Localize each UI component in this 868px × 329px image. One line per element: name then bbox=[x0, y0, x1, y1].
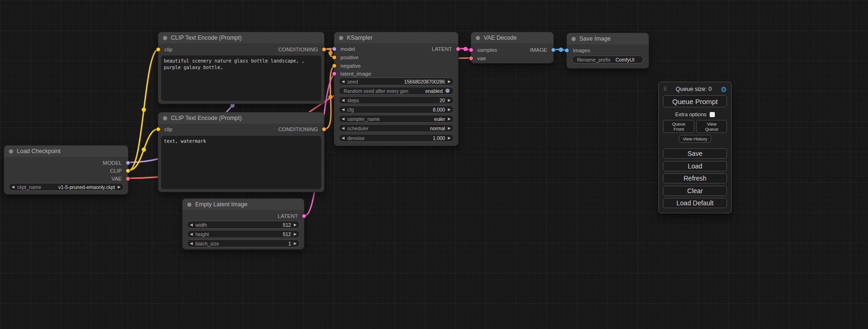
save-button[interactable]: Save bbox=[663, 148, 727, 159]
input-port-model[interactable] bbox=[332, 47, 337, 51]
prompt-textarea[interactable]: beautiful scenery nature glass bottle la… bbox=[161, 56, 321, 101]
node-title-bar[interactable]: CLIP Text Encode (Prompt) bbox=[158, 112, 324, 124]
widget-value: 512 bbox=[209, 231, 291, 237]
node-title-bar[interactable]: KSampler bbox=[334, 32, 458, 43]
sampler-name-widget[interactable]: ◀ sampler_name euler ▶ bbox=[339, 115, 454, 123]
widget-label: sampler_name bbox=[347, 116, 380, 122]
random-seed-toggle[interactable]: Random seed after every gen enabled bbox=[339, 87, 454, 95]
output-label-vae: VAE bbox=[112, 175, 122, 182]
collapse-dot-icon[interactable] bbox=[339, 36, 343, 40]
output-port-clip[interactable] bbox=[126, 168, 130, 173]
output-port-latent[interactable] bbox=[456, 47, 460, 51]
ckpt-name-widget[interactable]: ◀ ckpt_name v1-5-pruned-emaonly.ckpt ▶ bbox=[8, 183, 124, 191]
collapse-dot-icon[interactable] bbox=[476, 36, 480, 40]
decrement-arrow-icon[interactable]: ◀ bbox=[342, 80, 345, 84]
node-title: Save Image bbox=[579, 35, 611, 42]
queue-size-label: Queue size: 0 bbox=[667, 86, 721, 92]
view-history-button[interactable]: View History bbox=[679, 135, 711, 143]
scheduler-widget[interactable]: ◀ scheduler normal ▶ bbox=[339, 124, 454, 132]
decrement-arrow-icon[interactable]: ◀ bbox=[190, 242, 193, 245]
clear-button[interactable]: Clear bbox=[663, 186, 727, 196]
prompt-textarea[interactable]: text, watermark bbox=[161, 136, 321, 189]
node-title-bar[interactable]: Save Image bbox=[567, 33, 649, 44]
batch-size-widget[interactable]: ◀ batch_size 1 ▶ bbox=[187, 239, 300, 247]
node-title: Load Checkpoint bbox=[17, 148, 61, 154]
steps-widget[interactable]: ◀ steps 20 ▶ bbox=[339, 96, 454, 104]
node-empty-latent-image[interactable]: Empty Latent Image LATENT ◀ width 512 ▶ … bbox=[182, 198, 304, 250]
drag-handle-icon[interactable]: ⠿ bbox=[663, 86, 667, 92]
collapse-dot-icon[interactable] bbox=[9, 149, 13, 154]
increment-arrow-icon[interactable]: ▶ bbox=[448, 117, 451, 121]
collapse-dot-icon[interactable] bbox=[572, 37, 576, 41]
cfg-widget[interactable]: ◀ cfg 8.000 ▶ bbox=[339, 105, 454, 113]
input-port-clip[interactable] bbox=[156, 47, 161, 52]
output-label-image: IMAGE bbox=[530, 47, 547, 53]
denoise-widget[interactable]: ◀ denoise 1.000 ▶ bbox=[339, 134, 454, 142]
toggle-dot-icon[interactable] bbox=[445, 89, 450, 93]
node-title-bar[interactable]: Load Checkpoint bbox=[4, 146, 128, 157]
node-title-bar[interactable]: CLIP Text Encode (Prompt) bbox=[158, 32, 324, 43]
input-label-model: model bbox=[340, 46, 355, 52]
widget-value: 1.000 bbox=[365, 135, 445, 141]
increment-arrow-icon[interactable]: ▶ bbox=[448, 80, 451, 84]
input-port-positive[interactable] bbox=[332, 55, 337, 60]
collapse-dot-icon[interactable] bbox=[163, 116, 167, 120]
increment-arrow-icon[interactable]: ▶ bbox=[118, 185, 120, 189]
increment-arrow-icon[interactable]: ▶ bbox=[448, 126, 451, 130]
queue-front-button[interactable]: Queue Front bbox=[663, 120, 694, 133]
input-label-clip: clip bbox=[164, 126, 172, 133]
queue-prompt-button[interactable]: Queue Prompt bbox=[663, 95, 727, 107]
input-port-samples[interactable] bbox=[469, 48, 473, 52]
node-save-image[interactable]: Save Image images filename_prefix ComfyU… bbox=[566, 33, 649, 69]
increment-arrow-icon[interactable]: ▶ bbox=[448, 108, 451, 112]
node-title-bar[interactable]: VAE Decode bbox=[471, 32, 553, 43]
output-port-vae[interactable] bbox=[126, 176, 130, 181]
decrement-arrow-icon[interactable]: ◀ bbox=[190, 232, 193, 236]
output-port-conditioning[interactable] bbox=[322, 127, 326, 132]
settings-gear-icon[interactable]: ⚙ bbox=[721, 86, 727, 93]
increment-arrow-icon[interactable]: ▶ bbox=[294, 242, 296, 245]
increment-arrow-icon[interactable]: ▶ bbox=[294, 232, 296, 236]
collapse-dot-icon[interactable] bbox=[187, 203, 191, 207]
decrement-arrow-icon[interactable]: ◀ bbox=[342, 98, 345, 102]
decrement-arrow-icon[interactable]: ◀ bbox=[342, 126, 345, 130]
increment-arrow-icon[interactable]: ▶ bbox=[448, 98, 451, 102]
node-load-checkpoint[interactable]: Load Checkpoint MODEL CLIP VAE ◀ ckpt_na… bbox=[4, 145, 128, 195]
decrement-arrow-icon[interactable]: ◀ bbox=[190, 223, 193, 227]
output-label-model: MODEL bbox=[103, 160, 122, 166]
load-default-button[interactable]: Load Default bbox=[663, 198, 727, 208]
height-widget[interactable]: ◀ height 512 ▶ bbox=[187, 230, 300, 238]
input-port-latent-image[interactable] bbox=[332, 71, 337, 76]
input-port-images[interactable] bbox=[565, 48, 569, 53]
refresh-button[interactable]: Refresh bbox=[663, 173, 727, 183]
node-vae-decode[interactable]: VAE Decode samples vae IMAGE bbox=[471, 32, 554, 63]
decrement-arrow-icon[interactable]: ◀ bbox=[342, 108, 345, 112]
input-label-images: images bbox=[573, 47, 590, 54]
extra-options-checkbox[interactable] bbox=[710, 112, 715, 117]
input-port-clip[interactable] bbox=[156, 127, 161, 132]
seed-widget[interactable]: ◀ seed 156680208700286 ▶ bbox=[339, 77, 454, 85]
view-queue-button[interactable]: View Queue bbox=[696, 120, 727, 133]
widget-label: scheduler bbox=[347, 126, 369, 131]
output-port-latent[interactable] bbox=[302, 214, 306, 218]
width-widget[interactable]: ◀ width 512 ▶ bbox=[187, 221, 300, 229]
widget-label: ckpt_name bbox=[17, 184, 41, 190]
increment-arrow-icon[interactable]: ▶ bbox=[294, 223, 296, 227]
load-button[interactable]: Load bbox=[663, 161, 727, 171]
input-port-vae[interactable] bbox=[469, 56, 473, 61]
node-clip-text-encode-positive[interactable]: CLIP Text Encode (Prompt) clip CONDITION… bbox=[158, 32, 325, 104]
output-port-model[interactable] bbox=[126, 161, 130, 165]
decrement-arrow-icon[interactable]: ◀ bbox=[342, 117, 345, 121]
output-port-conditioning[interactable] bbox=[322, 47, 326, 52]
decrement-arrow-icon[interactable]: ◀ bbox=[342, 136, 345, 140]
output-port-image[interactable] bbox=[551, 48, 556, 52]
increment-arrow-icon[interactable]: ▶ bbox=[448, 136, 451, 140]
input-label-latent-image: latent_image bbox=[340, 70, 371, 77]
node-title-bar[interactable]: Empty Latent Image bbox=[183, 199, 304, 210]
filename-prefix-widget[interactable]: filename_prefix ComfyUI bbox=[572, 56, 643, 63]
collapse-dot-icon[interactable] bbox=[163, 36, 167, 40]
node-clip-text-encode-negative[interactable]: CLIP Text Encode (Prompt) clip CONDITION… bbox=[158, 112, 325, 192]
decrement-arrow-icon[interactable]: ◀ bbox=[12, 185, 14, 189]
node-ksampler[interactable]: KSampler model positive negative latent_… bbox=[334, 32, 459, 146]
input-port-negative[interactable] bbox=[332, 63, 337, 68]
